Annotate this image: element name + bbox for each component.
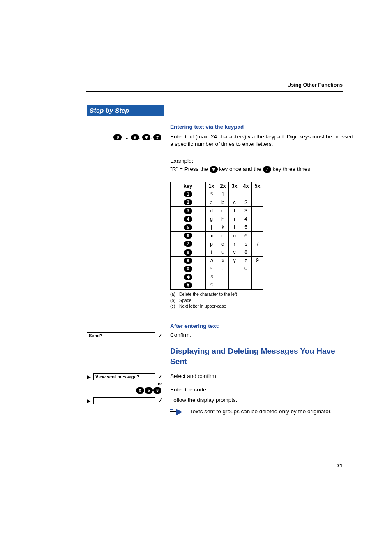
table-cell: b xyxy=(217,198,229,207)
table-cell: 7 xyxy=(252,240,263,248)
table-cell xyxy=(252,281,263,290)
table-cell xyxy=(217,273,229,281)
key-6-icon: 6 xyxy=(145,387,153,394)
table-cell: 0 xyxy=(240,265,252,273)
table-cell: . xyxy=(217,265,229,273)
heading-after-entering: After entering text: xyxy=(170,323,353,329)
table-cell xyxy=(229,281,240,290)
key-8-icon: 8 xyxy=(153,387,161,394)
key-5-icon: 5 xyxy=(184,224,192,230)
key-7-icon: 7 xyxy=(184,241,192,247)
table-cell: 5 xyxy=(240,223,252,231)
table-cell: 1 xyxy=(217,190,229,198)
table-row: 9wxyz9 xyxy=(171,256,263,265)
key-4-icon: 4 xyxy=(184,216,192,222)
page-number: 71 xyxy=(337,463,343,469)
table-cell xyxy=(240,190,252,198)
table-cell xyxy=(252,207,263,215)
table-row: #(a) xyxy=(171,281,263,290)
text-follow-prompts: Follow the display prompts. xyxy=(170,396,353,404)
table-cell xyxy=(252,232,263,240)
display-send: Send? xyxy=(87,332,155,339)
para-enter-text: Enter text (max. 24 characters) via the … xyxy=(170,133,353,148)
key-star-inline-icon: ✱ xyxy=(210,166,218,173)
table-cell: d xyxy=(206,207,217,215)
table-cell: v xyxy=(229,248,240,256)
sidebar-title: Step by Step xyxy=(87,105,164,116)
key-0-icon: 0 xyxy=(184,266,192,272)
table-row: 1(a)1 xyxy=(171,190,263,198)
table-cell: (a) xyxy=(206,190,217,198)
table-cell: c xyxy=(229,198,240,207)
table-cell: z xyxy=(240,256,252,265)
header-rule xyxy=(86,91,343,92)
table-cell xyxy=(240,281,252,290)
table-header: 2x xyxy=(217,182,229,190)
example-label: Example: xyxy=(170,157,353,165)
table-header: 3x xyxy=(229,182,240,190)
table-cell: 4 xyxy=(240,215,252,223)
table-cell xyxy=(229,190,240,198)
table-header: 1x xyxy=(206,182,217,190)
table-cell: 9 xyxy=(252,256,263,265)
table-cell xyxy=(252,215,263,223)
table-cell: e xyxy=(217,207,229,215)
table-cell: x xyxy=(217,256,229,265)
table-cell: k xyxy=(217,223,229,231)
table-cell xyxy=(252,273,263,281)
table-cell xyxy=(229,273,240,281)
table-cell xyxy=(252,190,263,198)
key-star-icon: ✱ xyxy=(142,134,150,140)
table-row: 0(b).-0 xyxy=(171,265,263,273)
table-cell: j xyxy=(206,223,217,231)
table-cell: (c) xyxy=(206,273,217,281)
note-icon xyxy=(170,408,184,417)
key-✱-icon: ✱ xyxy=(184,274,192,280)
table-cell: y xyxy=(229,256,240,265)
table-row: 2abc2 xyxy=(171,198,263,207)
table-cell xyxy=(252,265,263,273)
example-text: "R" = Press the ✱ key once and the 7 key… xyxy=(170,166,353,173)
check-icon: ✓ xyxy=(158,397,163,404)
keypad-footnotes: (a)Delete the character to the left(b)Sp… xyxy=(170,291,353,309)
key-3-icon: 3 xyxy=(184,208,192,214)
table-header: 4x xyxy=(240,182,252,190)
table-cell: o xyxy=(229,232,240,240)
text-confirm: Confirm. xyxy=(170,332,353,339)
table-cell: n xyxy=(217,232,229,240)
table-cell: 3 xyxy=(240,207,252,215)
key-9-icon: 9 xyxy=(184,258,192,264)
heading-displaying-deleting: Displaying and Deleting Messages You Hav… xyxy=(170,346,353,366)
table-row: ✱(c) xyxy=(171,273,263,281)
heading-entering-text: Entering text via the keypad xyxy=(170,124,353,130)
note-row: Texts sent to groups can be deleted only… xyxy=(170,408,353,417)
table-cell: - xyxy=(229,265,240,273)
running-header: Using Other Functions xyxy=(287,82,343,88)
table-cell: w xyxy=(206,256,217,265)
table-cell: r xyxy=(229,240,240,248)
table-cell: 2 xyxy=(240,198,252,207)
table-row: 8tuv8 xyxy=(171,248,263,256)
table-header: key xyxy=(171,182,206,190)
footnote: (b)Space xyxy=(170,297,353,303)
key-8-icon: 8 xyxy=(184,249,192,256)
table-cell: 6 xyxy=(240,232,252,240)
keypad-table: key1x2x3x4x5x1(a)12abc23def34ghi45jkl56m… xyxy=(170,182,263,290)
key-0-icon: 0 xyxy=(113,134,122,140)
arrow-right-icon: ▶ xyxy=(87,398,91,404)
table-cell: i xyxy=(229,215,240,223)
footnote: (a)Delete the character to the left xyxy=(170,291,353,297)
code-key-sequence: #68 xyxy=(87,387,164,394)
table-row: 4ghi4 xyxy=(171,215,263,223)
table-cell: u xyxy=(217,248,229,256)
table-cell: g xyxy=(206,215,217,223)
check-icon: ✓ xyxy=(158,373,163,380)
table-cell: t xyxy=(206,248,217,256)
table-cell xyxy=(252,198,263,207)
table-cell: f xyxy=(229,207,240,215)
table-cell: (b) xyxy=(206,265,217,273)
text-enter-code: Enter the code. xyxy=(170,386,353,394)
table-cell: q xyxy=(217,240,229,248)
display-blank xyxy=(93,397,155,404)
table-row: 6mno6 xyxy=(171,232,263,240)
